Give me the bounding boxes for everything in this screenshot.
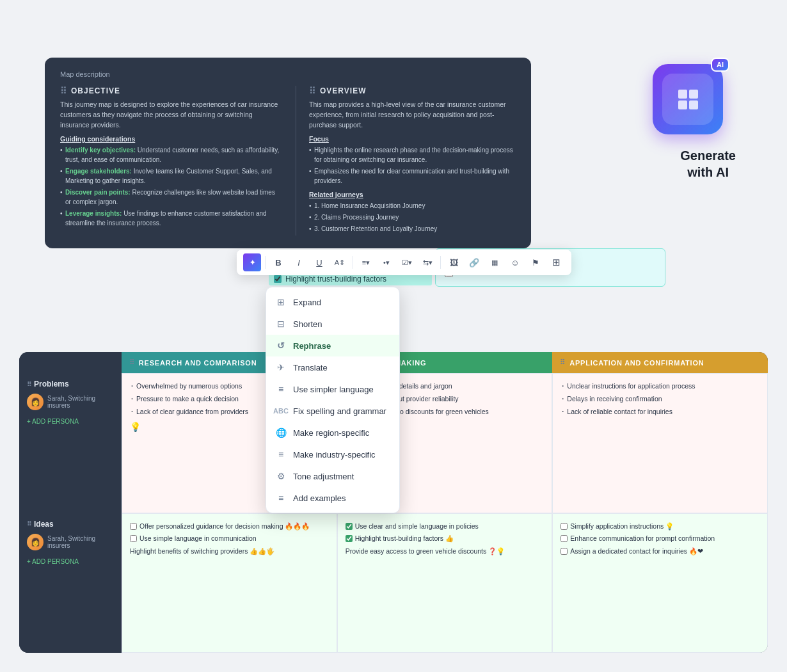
link-button[interactable]: 🔗	[465, 253, 483, 271]
emoji-button[interactable]: ☺	[506, 253, 524, 271]
table-button[interactable]: ▦	[486, 253, 504, 271]
add-button[interactable]: ⊞	[547, 253, 565, 271]
col-header-application: APPLICATION AND CONFIRMATION	[552, 352, 768, 373]
ideas-application-cell: Simplify application instructions 💡 Enha…	[552, 513, 768, 653]
underline-button[interactable]: U	[310, 253, 328, 271]
idea-r-2: Use simple language in communication	[130, 532, 329, 545]
highlight-checkbox-2[interactable]	[274, 275, 282, 283]
bold-button[interactable]: B	[269, 253, 287, 271]
jm-corner	[19, 352, 122, 373]
obj-item-1: Identify key objectives: Understand cust…	[60, 145, 280, 164]
idea-a-check-1[interactable]	[560, 523, 568, 530]
focus-list: Highlights the online research phase and…	[309, 145, 516, 186]
idea-d-3: Provide easy access to green vehicle dis…	[346, 545, 545, 558]
idea-r-check-1[interactable]	[130, 523, 137, 530]
idea-a-2: Enhance communication for prompt confirm…	[560, 532, 759, 545]
objective-section: OBJECTIVE This journey map is designed t…	[60, 86, 280, 236]
overview-body: This map provides a high-level view of t…	[309, 100, 516, 130]
related-item-2: 2. Claims Processing Journey	[309, 212, 516, 222]
spelling-icon: ABC	[275, 405, 287, 417]
problems-avatar: 👩	[27, 394, 44, 410]
ai-badge: AI	[711, 58, 729, 72]
simpler-icon: ≡	[275, 383, 287, 395]
industry-icon: ≡	[275, 449, 287, 460]
row-header-ideas: Ideas 👩 Sarah, Switching insurers + ADD …	[19, 513, 122, 653]
ordered-list-button[interactable]: ≡▾	[357, 253, 375, 271]
ai-grid-icon	[678, 90, 698, 109]
obj-item-3: Discover pain points: Recognize challeng…	[60, 188, 280, 207]
idea-a-check-3[interactable]	[560, 548, 568, 555]
toolbar-sep-2	[353, 256, 353, 269]
idea-d-2: Highlight trust-building factors 👍	[346, 532, 545, 545]
image-button[interactable]: 🖼	[445, 253, 463, 271]
context-menu: ⊞ Expand ⊟ Shorten ↺ Rephrase ✈ Translat…	[266, 287, 400, 513]
focus-item-2: Emphasizes the need for clear communicat…	[309, 166, 516, 186]
idea-d-1: Use clear and simple language in policie…	[346, 520, 545, 533]
map-description-card: Map description OBJECTIVE This journey m…	[45, 58, 531, 248]
related-item-1: 1. Home Insurance Acquisition Journey	[309, 201, 516, 211]
ideas-avatar: 👩	[27, 534, 44, 550]
ai-label: Generatewith AI	[680, 147, 736, 180]
objective-heading: OBJECTIVE	[60, 86, 280, 96]
idea-d-check-2[interactable]	[346, 535, 353, 542]
obj-item-2: Engage stakeholders: Involve teams like …	[60, 166, 280, 186]
map-desc-label: Map description	[60, 70, 516, 78]
overview-section: OVERVIEW This map provides a high-level …	[296, 86, 516, 236]
idea-d-check-1[interactable]	[346, 523, 353, 530]
italic-button[interactable]: I	[290, 253, 308, 271]
toolbar-ai-button[interactable]: ✦	[243, 253, 261, 271]
ideas-label: Ideas	[27, 520, 114, 529]
menu-add-examples[interactable]: ≡ Add examples	[266, 487, 399, 509]
toolbar-sep-1	[265, 256, 266, 269]
idea-a-check-2[interactable]	[560, 535, 568, 542]
region-icon: 🌐	[275, 427, 287, 438]
menu-fix-spelling[interactable]: ABC Fix spelling and grammar	[266, 400, 399, 422]
examples-icon: ≡	[275, 492, 287, 504]
menu-expand[interactable]: ⊞ Expand	[266, 291, 399, 313]
checklist-button[interactable]: ☑▾	[398, 253, 416, 271]
prob-a-1: Unclear instructions for application pro…	[560, 380, 759, 393]
obj-item-4: Leverage insights: Use findings to enhan…	[60, 209, 280, 228]
translate-icon: ✈	[275, 362, 287, 373]
related-item-3: 3. Customer Retention and Loyalty Journe…	[309, 224, 516, 234]
ai-button-inner	[662, 74, 713, 125]
prob-a-2: Delays in receiving confirmation	[560, 393, 759, 406]
text-formatting-toolbar: ✦ B I U A⇕ ≡▾ •▾ ☑▾ ⇆▾ 🖼 🔗 ▦ ☺ ⚑ ⊞	[237, 250, 571, 275]
overview-heading: OVERVIEW	[309, 86, 516, 96]
guiding-subheading: Guiding considerations	[60, 135, 280, 143]
objective-list: Identify key objectives: Understand cust…	[60, 145, 280, 228]
toolbar-sep-3	[440, 256, 441, 269]
row-header-problems: Problems 👩 Sarah, Switching insurers + A…	[19, 373, 122, 513]
font-size-button[interactable]: A⇕	[331, 253, 349, 271]
menu-translate[interactable]: ✈ Translate	[266, 356, 399, 378]
expand-icon: ⊞	[275, 296, 287, 308]
ideas-persona: 👩 Sarah, Switching insurers	[27, 534, 114, 550]
menu-industry-specific[interactable]: ≡ Make industry-specific	[266, 444, 399, 465]
menu-shorten[interactable]: ⊟ Shorten	[266, 313, 399, 335]
menu-rephrase[interactable]: ↺ Rephrase	[266, 335, 399, 356]
menu-tone-adjustment[interactable]: ⚙ Tone adjustment	[266, 465, 399, 487]
rephrase-icon: ↺	[275, 340, 287, 351]
idea-r-check-2[interactable]	[130, 535, 137, 542]
flag-button[interactable]: ⚑	[527, 253, 545, 271]
shorten-icon: ⊟	[275, 318, 287, 330]
related-list: 1. Home Insurance Acquisition Journey 2.…	[309, 201, 516, 234]
prob-a-3: Lack of reliable contact for inquiries	[560, 406, 759, 419]
align-button[interactable]: ⇆▾	[418, 253, 436, 271]
idea-r-1: Offer personalized guidance for decision…	[130, 520, 329, 533]
menu-simpler-language[interactable]: ≡ Use simpler language	[266, 378, 399, 400]
related-subheading: Related journeys	[309, 191, 516, 198]
problems-persona: 👩 Sarah, Switching insurers	[27, 394, 114, 410]
menu-region-specific[interactable]: 🌐 Make region-specific	[266, 422, 399, 444]
unordered-list-button[interactable]: •▾	[378, 253, 395, 271]
ideas-decision-cell: Use clear and simple language in policie…	[337, 513, 553, 653]
add-ideas-persona[interactable]: + ADD PERSONA	[27, 558, 114, 565]
idea-a-3: Assign a dedicated contact for inquiries…	[560, 545, 759, 558]
tone-icon: ⚙	[275, 470, 287, 482]
problems-label: Problems	[27, 380, 114, 388]
objective-body: This journey map is designed to explore …	[60, 100, 280, 130]
add-problems-persona[interactable]: + ADD PERSONA	[27, 418, 114, 425]
problems-application-cell: Unclear instructions for application pro…	[552, 373, 768, 513]
focus-subheading: Focus	[309, 135, 516, 143]
ai-generate-button[interactable]: AI	[653, 64, 723, 134]
